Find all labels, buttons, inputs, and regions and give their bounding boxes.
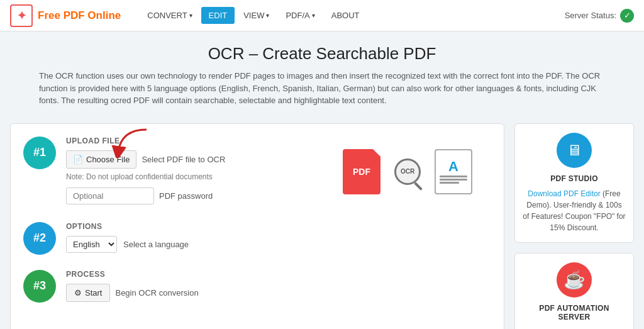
- password-input[interactable]: [66, 187, 154, 204]
- nav: CONVERT ▾ EDIT VIEW ▾ PDF/A ▾ ABOUT: [140, 7, 564, 24]
- pdf-studio-text: Download PDF Editor (Free Demo). User-fr…: [523, 188, 626, 233]
- red-arrow-icon: [109, 126, 153, 158]
- logo-text: Free PDF Online: [38, 9, 121, 22]
- pdf-studio-title: PDF STUDIO: [523, 174, 626, 183]
- pdf-file-icon: PDF: [343, 149, 380, 194]
- pdf-automation-title: PDF AUTOMATION SERVER: [523, 304, 626, 321]
- left-panel: #1 UPLOAD FILE 📄 Choose File Select PDF …: [10, 123, 504, 330]
- pdf-automation-card: ☕ PDF AUTOMATION SERVER Automate PDF Wor…: [514, 253, 634, 330]
- download-editor-link[interactable]: Download PDF Editor: [528, 189, 600, 198]
- step2-content: OPTIONS English French Spanish Italian G…: [66, 222, 491, 253]
- step2-circle: #2: [23, 222, 56, 255]
- file-icon: 📄: [73, 155, 83, 164]
- language-select[interactable]: English French Spanish Italian German: [66, 236, 117, 253]
- upload-row: 📄 Choose File Select PDF file to OCR: [66, 150, 314, 169]
- step1-row: #1 UPLOAD FILE 📄 Choose File Select PDF …: [23, 137, 491, 207]
- step1-label: UPLOAD FILE: [66, 137, 314, 145]
- gear-icon: ⚙: [74, 288, 82, 298]
- options-row: English French Spanish Italian German Se…: [66, 236, 491, 253]
- server-status: Server Status: ✓: [565, 9, 634, 23]
- ocr-graphic: PDF OCR A: [324, 137, 491, 207]
- page-description: The OCR function uses our own technology…: [39, 70, 605, 107]
- monitor-icon: 🖥: [557, 133, 592, 168]
- chevron-down-icon: ▾: [312, 12, 315, 19]
- step2-label: OPTIONS: [66, 222, 491, 231]
- java-icon: ☕: [557, 262, 592, 298]
- pdf-automation-text: Automate PDF Workflows. Drag & Drop Modu…: [523, 326, 626, 330]
- process-row: ⚙ Start Begin OCR conversion: [66, 284, 491, 302]
- step3-row: #3 PROCESS ⚙ Start Begin OCR conversion: [23, 270, 491, 303]
- process-hint: Begin OCR conversion: [115, 288, 198, 298]
- step3-circle: #3: [23, 270, 56, 303]
- searchable-doc-icon: A: [435, 149, 472, 194]
- pdf-studio-card: 🖥 PDF STUDIO Download PDF Editor (Free D…: [514, 123, 634, 243]
- chevron-down-icon: ▾: [266, 12, 269, 19]
- upload-note: Note: Do not upload confidential documen…: [66, 172, 314, 181]
- step3-label: PROCESS: [66, 270, 491, 279]
- chevron-down-icon: ▾: [189, 12, 192, 19]
- arrow-container: 📄 Choose File Select PDF file to OCR: [66, 150, 314, 169]
- start-button[interactable]: ⚙ Start: [66, 284, 110, 302]
- page-title-area: OCR – Create Searchable PDF The OCR func…: [0, 31, 644, 113]
- ocr-magnify-icon: OCR: [391, 155, 425, 189]
- password-row: PDF password: [66, 187, 314, 204]
- nav-convert[interactable]: CONVERT ▾: [140, 7, 199, 24]
- password-label: PDF password: [159, 191, 213, 201]
- step3-content: PROCESS ⚙ Start Begin OCR conversion: [66, 270, 491, 302]
- select-hint: Select a language: [123, 240, 189, 249]
- logo-area: ✦ Free PDF Online: [10, 4, 121, 27]
- nav-about[interactable]: ABOUT: [324, 7, 367, 24]
- nav-edit[interactable]: EDIT: [201, 7, 235, 24]
- step1-content: UPLOAD FILE 📄 Choose File Select PDF fil…: [66, 137, 314, 204]
- status-check-icon: ✓: [620, 9, 634, 23]
- page-title: OCR – Create Searchable PDF: [10, 44, 634, 64]
- header: ✦ Free PDF Online CONVERT ▾ EDIT VIEW ▾ …: [0, 0, 644, 31]
- nav-view[interactable]: VIEW ▾: [236, 7, 277, 24]
- right-sidebar: 🖥 PDF STUDIO Download PDF Editor (Free D…: [514, 123, 634, 330]
- main-content: #1 UPLOAD FILE 📄 Choose File Select PDF …: [0, 113, 644, 330]
- nav-pdfa[interactable]: PDF/A ▾: [278, 7, 322, 24]
- upload-hint: Select PDF file to OCR: [142, 155, 225, 164]
- step1-circle: #1: [23, 137, 56, 169]
- step2-row: #2 OPTIONS English French Spanish Italia…: [23, 222, 491, 255]
- logo-icon: ✦: [10, 4, 33, 27]
